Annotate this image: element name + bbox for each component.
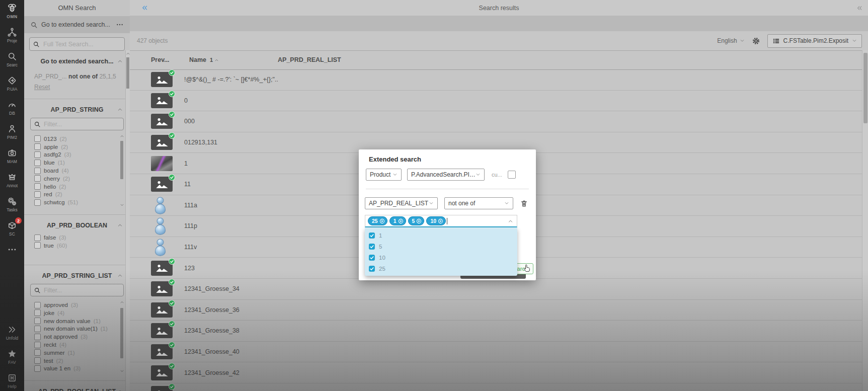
checkbox-unchecked[interactable] (34, 326, 41, 332)
image-thumbnail[interactable] (151, 323, 173, 338)
values-multiselect[interactable]: 25 1 5 10 (365, 215, 517, 227)
checkbox-unchecked[interactable] (34, 334, 41, 340)
checkbox-unchecked[interactable] (34, 234, 41, 241)
dropdown-option[interactable]: 1 (365, 230, 517, 241)
remove-icon[interactable] (379, 218, 385, 224)
object-name[interactable]: 12341_Groesse_40 (184, 348, 278, 355)
rail-item[interactable]: FAV (0, 349, 24, 373)
extended-search-link[interactable]: Go to extended search... (41, 21, 112, 28)
checkbox-unchecked[interactable] (34, 168, 41, 174)
rail-item[interactable]: PIM2 (0, 124, 24, 148)
facet-header[interactable]: AP_PRD_BOOLEAN_LIST (24, 388, 130, 391)
table-row[interactable]: 12341_Groesse_40 (130, 342, 862, 363)
view-select[interactable]: C.FSTable.Pim2.Exposit (767, 34, 862, 48)
more-menu-button[interactable] (116, 21, 124, 29)
table-row[interactable]: 12341_Groesse_42 (130, 362, 862, 383)
checked-checkbox-icon[interactable] (368, 265, 375, 272)
scrollbar-thumb[interactable] (120, 308, 123, 358)
object-name[interactable]: 12341_Groesse_42 (184, 369, 278, 376)
facet-item[interactable]: blue (1) (34, 159, 130, 167)
column-header-preview[interactable]: Prev... (130, 56, 184, 63)
rail-item[interactable]: Searc (0, 51, 24, 75)
table-row[interactable]: 12341_Groesse_34 (130, 279, 862, 300)
object-name[interactable]: 111p (184, 222, 278, 229)
checkbox-unchecked[interactable] (34, 151, 41, 158)
list-scrollbar[interactable] (120, 135, 124, 206)
checkbox-unchecked[interactable] (34, 342, 41, 348)
dropdown-option[interactable]: 25 (365, 263, 517, 274)
image-thumbnail[interactable] (151, 344, 173, 359)
photo-thumbnail[interactable] (151, 156, 173, 171)
facet-item[interactable]: board (4) (34, 167, 130, 175)
object-name[interactable]: !@$^&()_ # -=.?': `~ []€*#%_+{};"... (184, 76, 278, 83)
checkbox-unchecked[interactable] (34, 183, 41, 190)
image-thumbnail[interactable] (151, 261, 173, 276)
collapse-options-button[interactable] (508, 218, 513, 224)
image-thumbnail[interactable] (151, 177, 173, 192)
settings-gear-button[interactable] (752, 37, 760, 45)
facet-header[interactable]: AP_PRD_STRING (24, 106, 130, 113)
facet-item[interactable]: not approved (3) (34, 333, 130, 341)
scrollbar-thumb[interactable] (126, 57, 129, 89)
checkbox-unchecked[interactable] (34, 318, 41, 324)
object-name[interactable]: 12341_Groesse_34 (184, 285, 278, 292)
rail-item[interactable]: Tasks (0, 196, 24, 220)
remove-icon[interactable] (398, 218, 404, 224)
facet-item[interactable]: apple (2) (34, 143, 130, 151)
object-type-select[interactable]: Product (366, 169, 402, 181)
scrollbar-thumb[interactable] (863, 53, 867, 123)
table-scrollbar[interactable] (862, 50, 868, 391)
checkbox-unchecked[interactable] (34, 349, 41, 356)
object-name[interactable]: 1 (184, 160, 278, 167)
checkbox-unchecked[interactable] (34, 143, 41, 150)
image-thumbnail[interactable] (151, 114, 173, 129)
rail-item[interactable]: MAM (0, 148, 24, 172)
image-thumbnail[interactable] (151, 302, 173, 318)
rail-item[interactable]: Unfold (0, 325, 24, 349)
value-chip[interactable]: 5 (408, 216, 425, 225)
dropdown-option[interactable]: 10 (365, 252, 517, 263)
operator-select[interactable]: not one of (444, 197, 513, 209)
person-thumbnail[interactable] (153, 238, 168, 256)
object-name[interactable]: 12341_Groesse_36 (184, 306, 278, 314)
scrollbar-thumb[interactable] (120, 141, 123, 179)
table-row[interactable]: 000 (130, 111, 862, 132)
checkbox-unchecked[interactable] (34, 135, 41, 142)
table-row[interactable]: !@$^&()_ # -=.?': `~ []€*#%_+{};"... (130, 69, 862, 91)
facet-item[interactable]: value 1 en (3) (34, 365, 130, 373)
image-thumbnail[interactable] (151, 365, 173, 380)
checkbox-unchecked[interactable] (34, 242, 41, 249)
checkbox-unchecked[interactable] (34, 191, 41, 198)
facet-filter-input[interactable] (30, 118, 124, 130)
facet-item[interactable]: true (60) (34, 242, 130, 250)
value-chip[interactable]: 1 (389, 216, 406, 225)
checkbox-unchecked[interactable] (34, 302, 41, 308)
facet-item[interactable]: new domain value(1) (1) (34, 325, 130, 333)
facet-item[interactable]: new domain value (1) (34, 317, 130, 325)
value-chip[interactable]: 25 (368, 216, 387, 225)
value-chip[interactable]: 10 (426, 216, 446, 225)
facet-item[interactable]: schwtcg (51) (34, 198, 130, 206)
language-select[interactable]: English (717, 37, 744, 44)
object-name[interactable]: 012913,131 (184, 139, 278, 146)
checked-checkbox-icon[interactable] (368, 232, 375, 239)
facet-item[interactable]: summer (1) (34, 349, 130, 357)
checkbox-unchecked[interactable] (34, 199, 41, 206)
rail-item[interactable]: 2 SC (0, 220, 24, 245)
omn-logo[interactable]: OMN (7, 3, 17, 19)
panel-scrollbar[interactable] (125, 50, 130, 391)
table-row[interactable]: 12341_Groesse_38 (130, 321, 862, 342)
rail-item[interactable]: Proje (0, 27, 24, 51)
column-header-real-list[interactable]: AP_PRD_REAL_LIST (278, 56, 862, 63)
checkbox-unchecked[interactable] (34, 309, 41, 316)
object-name[interactable]: 111v (184, 244, 278, 251)
profile-select[interactable]: P.AdvancedSearch.PIM2.JF (407, 169, 485, 181)
summary-header[interactable]: Go to extended search... (24, 58, 130, 65)
facet-item[interactable]: reckt (4) (34, 341, 130, 349)
fulltext-search-input[interactable] (29, 37, 125, 51)
collapse-right-button[interactable] (856, 5, 863, 12)
facet-item[interactable]: test (2) (34, 357, 130, 365)
object-name[interactable]: 123 (184, 265, 278, 272)
checkbox-unchecked[interactable] (34, 160, 41, 166)
rail-item[interactable]: P.UiA (0, 75, 24, 100)
